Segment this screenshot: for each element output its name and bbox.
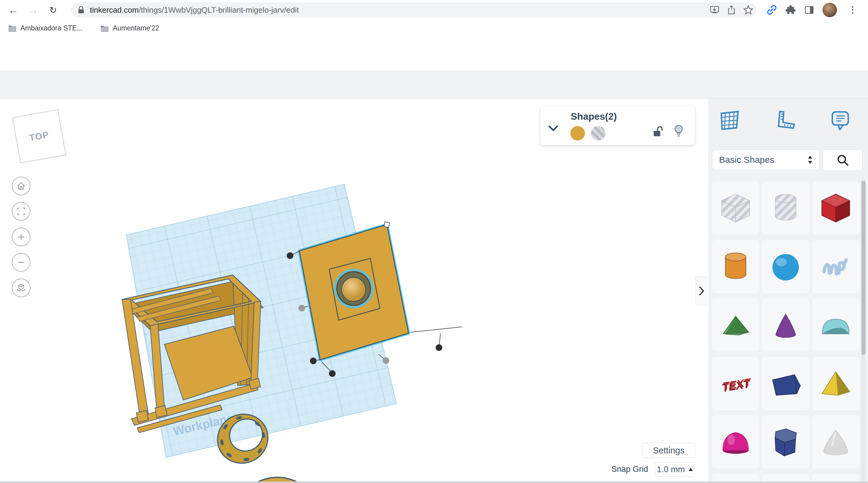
chevron-right-icon [698,286,705,296]
bookmark-folder-2[interactable]: Aumentame'22 [100,24,159,32]
lock-icon [77,5,85,14]
reload-icon: ↻ [49,5,57,16]
editor-toolbar: Import Export Send To [0,70,868,99]
zoom-out-button[interactable] [12,253,30,272]
perspective-cube-icon [16,282,27,293]
solid-color-swatch[interactable] [570,126,585,141]
shape-card-polygon[interactable] [762,416,809,469]
view-cube[interactable]: TOP [12,110,66,163]
ruler-icon [774,110,796,131]
app-header: TINKERCAD Hagrid's Lantern - MAGIC Props [0,40,868,71]
edge-handle[interactable] [382,357,389,364]
settings-button[interactable]: Settings [642,443,695,458]
snap-grid-label: Snap Grid [612,464,648,474]
3d-viewport[interactable]: Workplane [0,99,709,483]
workplane-tool-button[interactable] [718,109,741,132]
lightbulb-icon [673,124,684,137]
back-arrow-icon: ← [8,4,19,16]
selection-info-panel: Shapes(2) [540,106,695,145]
browser-forward-button[interactable]: → [27,3,40,17]
shape-card-scribble[interactable] [812,240,860,293]
ruler-tool-button[interactable] [773,109,796,132]
corner-handle[interactable] [287,252,293,259]
shapes-library-panel: Basic Shapes TEXTTEXT [709,99,868,483]
transparent-swatch[interactable] [591,126,606,141]
extensions-puzzle-icon[interactable] [784,3,797,17]
perspective-toggle-button[interactable] [12,279,30,297]
bookmarks-bar: Ambaixadora STE... Aumentame'22 [0,20,868,40]
fit-view-icon [16,206,26,216]
lock-toggle-button[interactable] [652,125,665,138]
plus-icon [16,232,26,242]
install-app-icon[interactable] [708,3,721,17]
shape-card-wedge[interactable] [762,357,809,410]
folder-icon [100,24,109,32]
url-text: tinkercad.com/things/1WwbVjggQLT-brillia… [90,5,299,15]
zoom-in-button[interactable] [12,228,30,246]
share-icon[interactable] [725,3,738,17]
snap-grid-select[interactable]: 1.0 mm [655,462,695,477]
shape-card-box[interactable] [812,181,860,235]
shape-card-cylinder[interactable] [712,240,760,293]
corner-handle[interactable] [310,358,316,364]
select-arrows-icon [808,155,812,164]
view-cube-face-label: TOP [28,129,50,143]
collapse-panel-button[interactable] [547,122,560,135]
selection-title: Shapes(2) [571,111,617,122]
shape-card-roof[interactable] [712,299,760,352]
panel-collapse-tab[interactable] [695,276,707,305]
folder-icon [8,24,17,32]
shape-card-cylinder-striped[interactable] [762,181,809,235]
browser-avatar[interactable] [823,3,837,17]
browser-toolbar: ← → ↻ tinkercad.com/things/1WwbVjggQLT-b… [0,0,868,20]
sphere-in-hole-shape[interactable] [342,277,366,302]
shape-category-value: Basic Shapes [719,155,774,165]
bookmark-folder-1[interactable]: Ambaixadora STE... [8,24,83,32]
selected-plate-shape[interactable] [299,224,408,360]
workplane-icon [718,110,740,131]
bookmark-label: Aumentame'22 [113,24,159,32]
visibility-bulb-button[interactable] [672,124,685,138]
shape-card-cone[interactable] [762,299,809,352]
shape-card-paraboloid[interactable] [712,416,760,469]
bookmark-star-icon[interactable] [742,3,755,17]
scale-handle[interactable] [384,222,390,228]
shape-card-round-roof[interactable] [812,299,860,352]
corner-handle[interactable] [436,344,442,351]
home-icon [16,181,26,191]
panel-scrollbar-thumb[interactable] [861,181,866,355]
bookmark-label: Ambaixadora STE... [21,24,83,32]
window-bottom-edge [0,482,868,483]
snap-grid-value: 1.0 mm [657,464,685,474]
edge-handle[interactable] [299,305,305,311]
app-window: ← → ↻ tinkercad.com/things/1WwbVjggQLT-b… [0,0,868,483]
home-view-button[interactable] [12,177,30,195]
address-bar[interactable]: tinkercad.com/things/1WwbVjggQLT-brillia… [71,2,756,18]
shape-card-box-striped[interactable] [712,181,760,235]
chevron-down-icon [548,125,558,132]
search-shapes-button[interactable] [823,150,863,171]
minus-icon [16,257,26,267]
unlock-icon [652,125,664,138]
notes-icon [829,110,851,131]
sidebar-toggle-icon[interactable] [803,3,816,17]
notes-tool-button[interactable] [829,109,852,132]
shape-category-select[interactable]: Basic Shapes [712,150,819,170]
dropdown-up-arrow-icon [689,468,693,471]
extension-link-icon[interactable] [765,3,778,17]
forward-arrow-icon: → [28,4,38,16]
fit-view-button[interactable] [12,202,30,221]
search-icon [836,153,849,167]
shape-grid: TEXTTEXT [712,181,860,483]
shape-card-text[interactable]: TEXTTEXT [712,357,760,410]
browser-back-button[interactable]: ← [7,3,20,17]
shape-card-cone-soft[interactable] [812,416,860,469]
corner-handle[interactable] [329,370,336,377]
shape-card-pyramid[interactable] [812,357,860,410]
browser-reload-button[interactable]: ↻ [46,3,60,17]
browser-menu-icon[interactable] [846,3,859,17]
3d-scene: Workplane [0,99,709,483]
shape-card-sphere[interactable] [762,240,809,293]
